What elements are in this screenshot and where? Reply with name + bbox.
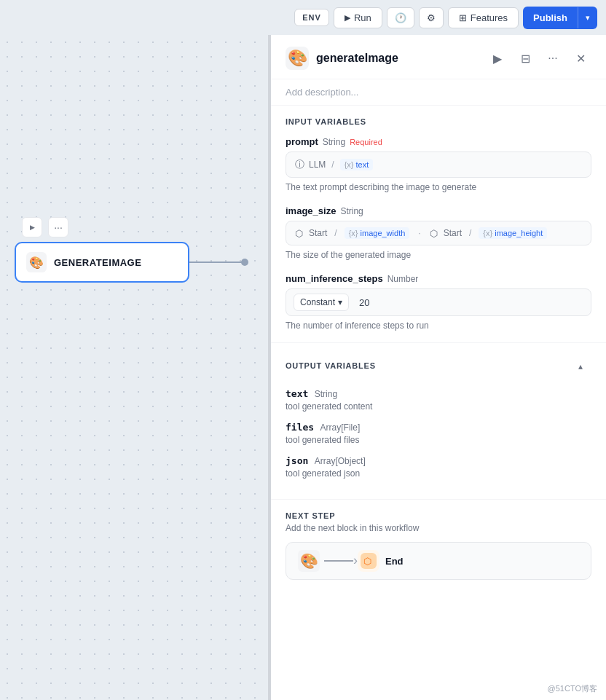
node-play-icon: ▶ xyxy=(30,224,35,231)
var-header-inference-steps: num_inference_steps Number xyxy=(286,273,591,284)
run-play-icon: ▶ xyxy=(345,13,350,23)
var-desc-inference-steps: The number of inference steps to run xyxy=(286,320,591,331)
output-section-header: OUTPUT VARIABLES xyxy=(286,355,591,377)
output-name-text: text xyxy=(286,388,308,399)
generate-image-node[interactable]: 🎨 GENERATEIMAGE xyxy=(15,242,189,283)
next-from-icon: 🎨 xyxy=(298,550,320,572)
image-width-chip: {x} image_width xyxy=(345,227,410,239)
output-type-files: Array[File] xyxy=(320,422,361,433)
env-button[interactable]: ENV xyxy=(294,9,329,26)
var-name-inference-steps: num_inference_steps xyxy=(286,273,383,284)
node-connector-right xyxy=(189,261,248,263)
node-container: ▶ ··· 🎨 GENERATEIMAGE xyxy=(15,217,248,283)
constant-dropdown[interactable]: Constant ▾ xyxy=(294,294,349,311)
var-header-image-size: image_size String xyxy=(286,205,591,216)
end-node-label: End xyxy=(385,556,404,567)
features-button[interactable]: ⊞ Features xyxy=(448,7,519,28)
more-icon: ··· xyxy=(548,52,557,65)
publish-button[interactable]: Publish xyxy=(523,7,578,29)
next-step-section: NEXT STEP Add the next block in this wor… xyxy=(271,500,606,591)
var-desc-prompt: The text prompt describing the image to … xyxy=(286,182,591,192)
output-collapse-button[interactable] xyxy=(570,355,591,377)
var-block-image-size: image_size String ⬡ Start / {x} image_wi… xyxy=(286,205,591,260)
output-desc-text: tool generated content xyxy=(286,401,591,412)
input-variables-section: INPUT VARIABLES prompt String Required ⓘ… xyxy=(271,106,606,343)
side-panel: 🎨 generateImage ▶ ⊟ ··· ✕ Add descriptio… xyxy=(271,35,606,700)
watermark: @51CTO博客 xyxy=(548,683,597,694)
node-controls: ▶ ··· xyxy=(22,217,248,237)
output-name-json: json xyxy=(286,455,308,466)
start-label-2: Start xyxy=(444,228,462,238)
output-name-row-files: files Array[File] xyxy=(286,420,591,433)
next-flow[interactable]: 🎨 ⬡ End xyxy=(286,542,591,580)
toolbar: ENV ▶ Run 🕐 ⚙ ⊞ Features Publish ▾ xyxy=(0,0,606,35)
node-dots-icon: ··· xyxy=(54,221,63,233)
panel-actions: ▶ ⊟ ··· ✕ xyxy=(487,47,591,69)
output-variables-section: OUTPUT VARIABLES text String tool genera… xyxy=(271,343,606,500)
input-section-title: INPUT VARIABLES xyxy=(286,117,366,126)
settings-icon: ⚙ xyxy=(427,12,436,23)
start-icon-2: ⬡ xyxy=(430,228,438,239)
var-input-inference-steps[interactable]: Constant ▾ 20 xyxy=(286,288,591,316)
output-type-json: Array[Object] xyxy=(315,456,366,466)
input-section-header: INPUT VARIABLES xyxy=(286,117,591,126)
output-type-text: String xyxy=(315,389,337,399)
next-step-description: Add the next block in this workflow xyxy=(286,523,591,533)
output-name-files: files xyxy=(286,422,314,433)
env-label: ENV xyxy=(302,13,321,22)
output-desc-files: tool generated files xyxy=(286,435,591,445)
output-desc-json: tool generated json xyxy=(286,468,591,479)
var-block-prompt: prompt String Required ⓘ LLM / {x} text … xyxy=(286,136,591,192)
settings-button[interactable]: ⚙ xyxy=(419,7,444,28)
node-label: GENERATEIMAGE xyxy=(54,257,141,268)
publish-group: Publish ▾ xyxy=(523,7,597,29)
more-options-button[interactable]: ··· xyxy=(542,47,564,69)
canvas: ▶ ··· 🎨 GENERATEIMAGE xyxy=(0,35,269,700)
output-name-row-json: json Array[Object] xyxy=(286,454,591,467)
image-height-chip: {x} image_height xyxy=(479,227,547,239)
close-icon: ✕ xyxy=(576,52,586,66)
node-wrapper: ▶ ··· 🎨 GENERATEIMAGE xyxy=(15,217,248,283)
next-arrow xyxy=(324,560,353,562)
output-item-files: files Array[File] tool generated files xyxy=(286,420,591,445)
var-type-image-size: String xyxy=(340,206,363,216)
text-chip: {x} text xyxy=(340,159,374,170)
publish-chevron-button[interactable]: ▾ xyxy=(578,7,597,28)
panel-header: 🎨 generateImage ▶ ⊟ ··· ✕ xyxy=(271,35,606,79)
node-menu-button[interactable]: ··· xyxy=(48,217,68,237)
timer-button[interactable]: 🕐 xyxy=(387,7,414,28)
end-node-icon: ⬡ xyxy=(358,550,379,572)
run-icon: ▶ xyxy=(493,52,502,66)
node-play-button[interactable]: ▶ xyxy=(22,217,42,237)
output-item-text: text String tool generated content xyxy=(286,387,591,412)
features-icon: ⊞ xyxy=(459,12,467,23)
var-input-image-size[interactable]: ⬡ Start / {x} image_width · ⬡ Start / {x… xyxy=(286,221,591,245)
divider-slash: / xyxy=(331,160,334,170)
panel-divider xyxy=(268,35,271,700)
info-icon: ⓘ xyxy=(295,158,304,171)
description-placeholder: Add description... xyxy=(286,87,358,98)
panel-description[interactable]: Add description... xyxy=(271,79,606,106)
var-name-image-size: image_size xyxy=(286,205,336,216)
dropdown-chevron-icon: ▾ xyxy=(338,297,342,307)
run-label: Run xyxy=(354,12,371,23)
llm-source-label: LLM xyxy=(309,160,326,170)
var-type-prompt: String xyxy=(323,137,345,147)
node-icon: 🎨 xyxy=(26,252,47,272)
var-input-prompt[interactable]: ⓘ LLM / {x} text xyxy=(286,152,591,178)
features-label: Features xyxy=(471,12,508,23)
chevron-down-icon: ▾ xyxy=(586,13,590,22)
var-required-prompt: Required xyxy=(350,138,382,146)
run-panel-button[interactable]: ▶ xyxy=(487,47,508,69)
close-panel-button[interactable]: ✕ xyxy=(570,47,591,69)
panel-node-icon: 🎨 xyxy=(286,47,309,70)
svg-text:⬡: ⬡ xyxy=(363,556,371,567)
panel-title: generateImage xyxy=(316,52,398,65)
split-panel-button[interactable]: ⊟ xyxy=(514,47,536,69)
var-header-prompt: prompt String Required xyxy=(286,136,591,147)
constant-value: 20 xyxy=(359,297,369,308)
run-button[interactable]: ▶ Run xyxy=(334,7,382,28)
output-item-json: json Array[Object] tool generated json xyxy=(286,454,591,479)
split-icon: ⊟ xyxy=(521,52,530,66)
panel-title-row: 🎨 generateImage xyxy=(286,47,398,70)
